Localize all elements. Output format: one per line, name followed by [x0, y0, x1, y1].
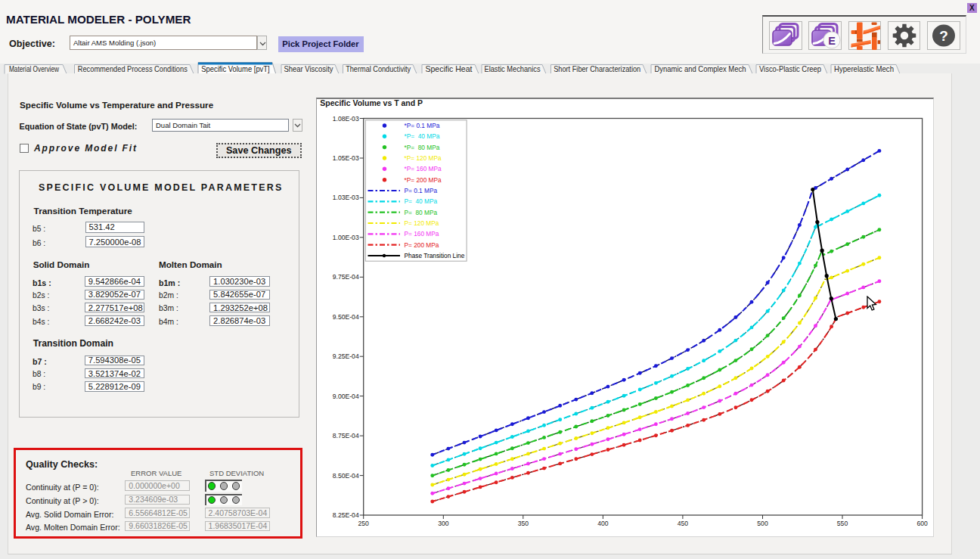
svg-text:1.00E-03: 1.00E-03 — [333, 233, 359, 241]
svg-text:1.03E-03: 1.03E-03 — [333, 194, 359, 201]
svg-text:9.50E-04: 9.50E-04 — [333, 312, 359, 320]
svg-text:*P= 0.1 MPa: *P= 0.1 MPa — [405, 122, 440, 129]
svg-text:?: ? — [939, 28, 948, 44]
svg-text:P= 160 MPa: P= 160 MPa — [405, 230, 439, 238]
svg-text:P= 40 MPa: P= 40 MPa — [405, 197, 438, 205]
svg-text:Specific Heat: Specific Heat — [426, 65, 473, 73]
svg-text:1.08E-03: 1.08E-03 — [333, 114, 359, 122]
svg-text:9.75E-04: 9.75E-04 — [333, 273, 359, 281]
svg-text:Shear Viscosity: Shear Viscosity — [284, 65, 334, 73]
svg-text:300: 300 — [438, 519, 449, 526]
svg-text:*P= 120 MPa: *P= 120 MPa — [405, 154, 442, 162]
svg-text:550: 550 — [837, 519, 848, 526]
svg-text:*P= 40 MPa: *P= 40 MPa — [405, 132, 440, 140]
svg-text:P= 200 MPa: P= 200 MPa — [405, 241, 439, 248]
svg-text:1.05E-03: 1.05E-03 — [333, 154, 359, 162]
svg-text:9.00E-04: 9.00E-04 — [333, 392, 359, 399]
svg-text:Elastic Mechanics: Elastic Mechanics — [485, 65, 541, 73]
svg-text:8.75E-04: 8.75E-04 — [333, 432, 359, 439]
svg-text:Thermal Conductivity: Thermal Conductivity — [346, 65, 411, 73]
svg-text:*P= 200 MPa: *P= 200 MPa — [405, 175, 442, 183]
svg-text:400: 400 — [598, 519, 609, 526]
svg-text:Material Overview: Material Overview — [9, 65, 59, 73]
svg-text:Recommended Process Conditions: Recommended Process Conditions — [78, 65, 188, 73]
svg-text:350: 350 — [518, 519, 529, 526]
svg-text:Hyperelastic Mech: Hyperelastic Mech — [834, 65, 894, 73]
svg-text:Short Fiber Characterization: Short Fiber Characterization — [554, 65, 640, 73]
svg-text:8.25E-04: 8.25E-04 — [333, 511, 359, 519]
svg-text:P= 0.1 MPa: P= 0.1 MPa — [405, 187, 438, 194]
svg-text:250: 250 — [358, 519, 370, 526]
svg-text:450: 450 — [678, 519, 689, 526]
svg-text:P= 80 MPa: P= 80 MPa — [405, 208, 438, 216]
svg-text:Dynamic and Complex Mech: Dynamic and Complex Mech — [655, 65, 746, 73]
svg-text:8.50E-04: 8.50E-04 — [333, 471, 359, 479]
svg-text:Phase Transition Line: Phase Transition Line — [405, 252, 465, 259]
svg-text:Specific Volume [pvT]: Specific Volume [pvT] — [201, 65, 270, 73]
svg-text:Visco-Plastic Creep: Visco-Plastic Creep — [759, 65, 821, 73]
svg-text:500: 500 — [758, 519, 769, 526]
svg-text:600: 600 — [917, 519, 929, 526]
svg-text:E: E — [828, 35, 836, 47]
svg-text:*P= 160 MPa: *P= 160 MPa — [405, 165, 442, 172]
svg-text:P= 120 MPa: P= 120 MPa — [405, 219, 439, 227]
svg-text:*P= 80 MPa: *P= 80 MPa — [405, 143, 440, 151]
svg-text:9.25E-04: 9.25E-04 — [333, 352, 359, 360]
